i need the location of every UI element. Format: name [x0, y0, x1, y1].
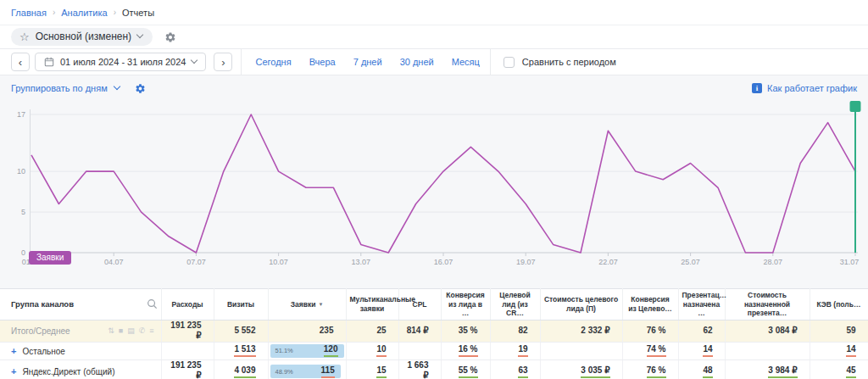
legend-badge-zayavki[interactable]: Заявки	[29, 251, 71, 265]
cell-value: 62	[703, 326, 712, 337]
breadcrumb-current-reports: Отчеты	[122, 8, 154, 18]
breadcrumb-link-analytics[interactable]: Аналитика	[61, 8, 107, 18]
group-by-dropdown[interactable]: Группировать по дням	[11, 83, 146, 94]
report-selector-dropdown[interactable]: ☆ Основной (изменен)	[11, 28, 153, 46]
column-header[interactable]: Стоимость целевого лида (П)	[540, 289, 622, 320]
analytics-report-page: Главная › Аналитика › Отчеты ☆ Основной …	[0, 0, 868, 379]
x-tick-label: 04.07	[104, 258, 124, 266]
breadcrumb-link-main[interactable]: Главная	[11, 8, 47, 18]
column-header[interactable]: КЭВ (поль…	[810, 289, 868, 320]
cell-value: 76 %	[647, 326, 666, 337]
cell-value: 14	[703, 344, 712, 357]
column-header[interactable]: Мультиканальные заявки	[346, 289, 398, 320]
x-tick-label: 19.07	[516, 258, 536, 266]
prev-period-button[interactable]: ‹	[11, 53, 30, 71]
cell-value: 55 %	[459, 365, 478, 378]
column-header[interactable]: Визиты	[214, 289, 268, 320]
star-icon[interactable]: ☆	[19, 31, 30, 42]
x-tick-label: 31.07	[840, 258, 860, 266]
cell-value: 59	[846, 326, 855, 337]
quick-link-yesterday[interactable]: Вчера	[309, 57, 336, 67]
report-selector-label: Основной (изменен)	[36, 31, 131, 42]
row-label: Итого/Среднее	[11, 326, 70, 336]
compare-period-control: Сравнить с периодом	[490, 49, 616, 75]
chart-help-link[interactable]: i Как работает график	[752, 83, 857, 93]
report-selector-bar: ☆ Основной (изменен)	[0, 25, 868, 49]
cell-value: 1 663 ₽	[404, 360, 429, 379]
cell-value: 1 513	[234, 344, 255, 357]
quick-link-month[interactable]: Месяц	[452, 57, 480, 67]
x-tick-label: 07.07	[186, 258, 206, 266]
cell-value: 19	[518, 344, 527, 357]
chart-section: Группировать по дням i Как работает граф…	[0, 75, 868, 288]
y-tick-label: 10	[17, 167, 25, 176]
cell-value: 63	[518, 365, 527, 378]
x-tick-label: 10.07	[269, 258, 288, 266]
channels-table: Группа каналовРасходыВизитыЗаявки▼Мульти…	[0, 288, 868, 379]
cell-value: 115	[321, 365, 335, 378]
chart-toolbar: Группировать по дням i Как работает граф…	[0, 75, 868, 96]
search-icon[interactable]	[147, 298, 158, 309]
series-line-zayavki	[31, 114, 855, 253]
cell-value: 814 ₽	[407, 326, 429, 337]
date-range-label: 01 июля 2024 - 31 июля 2024	[60, 57, 186, 67]
breadcrumb: Главная › Аналитика › Отчеты	[0, 0, 868, 25]
range-handle[interactable]	[850, 101, 861, 112]
cell-value: 76 %	[647, 365, 666, 378]
column-header[interactable]: Стоимость назначенной презента…	[725, 289, 810, 320]
cell-value: 191 235 ₽	[167, 360, 202, 379]
y-tick-label: 17	[17, 110, 25, 119]
breadcrumb-separator: ›	[53, 8, 55, 17]
column-header[interactable]: CPL	[398, 289, 441, 320]
column-header[interactable]: Целевой лид (из CR…	[490, 289, 540, 320]
cell-value: 15	[376, 365, 386, 378]
compare-period-checkbox[interactable]	[504, 57, 515, 68]
expand-row-button[interactable]: +	[11, 346, 16, 356]
cell-value: 3 035 ₽	[581, 365, 609, 378]
next-period-button[interactable]: ›	[214, 53, 232, 71]
table-row: +Яндекс.Директ (общий)191 235 ₽4 03948.9…	[0, 359, 868, 379]
info-icon: i	[752, 83, 762, 93]
date-range-picker[interactable]: 01 июля 2024 - 31 июля 2024	[35, 53, 206, 71]
column-header[interactable]: Конверсия из лида в …	[441, 289, 490, 320]
calendar-icon	[44, 57, 54, 67]
column-header[interactable]: Расходы	[161, 289, 214, 320]
expand-row-button[interactable]: +	[11, 366, 16, 376]
x-tick-label: 22.07	[598, 258, 618, 266]
quick-link-7-days[interactable]: 7 дней	[353, 57, 382, 67]
bar-chart-icon[interactable]: ▤	[127, 326, 135, 335]
cell-value: 4 039	[234, 365, 255, 378]
menu-icon[interactable]: ≡	[149, 326, 153, 335]
line-chart: 05101701.0704.0707.0710.0713.0716.0719.0…	[0, 96, 868, 274]
share-bar: 48.9%115	[270, 365, 341, 378]
chevron-down-icon	[191, 57, 198, 64]
x-tick-label: 16.07	[434, 258, 453, 266]
cell-value: 5 552	[234, 326, 255, 337]
quick-link-30-days[interactable]: 30 дней	[400, 57, 434, 67]
column-header[interactable]: Группа каналов	[0, 289, 161, 320]
table-row: +Остальное1 51351.1%1201016 %1974 %1414	[0, 342, 868, 359]
cell-value: 191 235 ₽	[167, 320, 202, 342]
table-row: Итого/Среднее⇅■▤✆≡191 235 ₽5 55223525814…	[0, 320, 868, 342]
y-tick-label: 0	[21, 248, 25, 257]
column-header[interactable]: Презентац… назначена …	[678, 289, 725, 320]
share-percent: 48.9%	[275, 368, 293, 376]
column-header[interactable]: Конверсия из Целево…	[622, 289, 678, 320]
phone-icon[interactable]: ✆	[139, 326, 146, 335]
quick-link-today[interactable]: Сегодня	[255, 57, 291, 67]
quick-ranges: Сегодня Вчера 7 дней 30 дней Месяц	[255, 57, 479, 67]
cell-value: 45	[846, 365, 855, 378]
chart-settings-button[interactable]	[135, 83, 146, 94]
cell-value: 3 984 ₽	[768, 365, 797, 378]
report-settings-button[interactable]	[164, 31, 176, 43]
square-icon[interactable]: ■	[119, 326, 123, 335]
sort-icon[interactable]: ⇅	[108, 326, 114, 335]
cell-value: 74 %	[647, 344, 666, 357]
x-tick-label: 13.07	[352, 258, 371, 266]
cell-value: 120	[324, 344, 338, 357]
cell-value: 35 %	[459, 326, 478, 337]
date-bar: ‹ 01 июля 2024 - 31 июля 2024 › Сегодня …	[0, 49, 868, 75]
x-tick-label: 25.07	[681, 258, 700, 266]
column-header[interactable]: Заявки▼	[268, 289, 346, 320]
group-by-label: Группировать по дням	[11, 83, 108, 93]
